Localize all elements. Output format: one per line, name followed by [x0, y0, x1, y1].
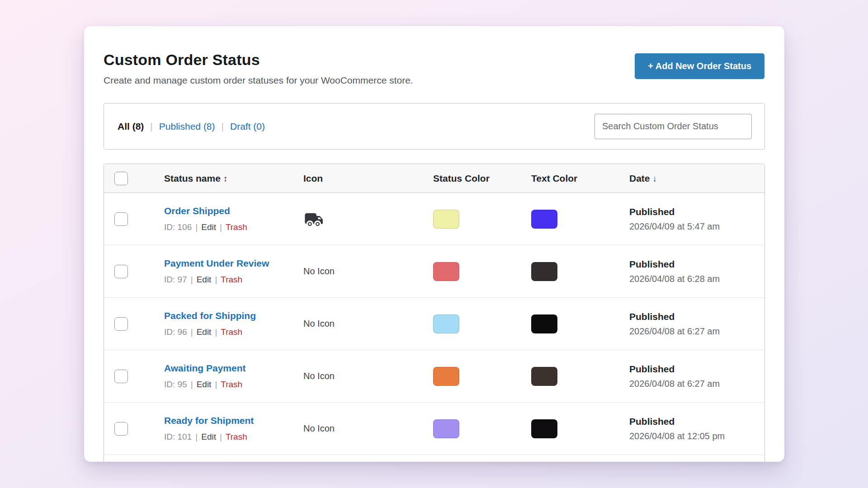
publish-date: 2026/04/08 at 6:27 am [629, 326, 764, 337]
view-links: All (8) | Published (8) | Draft (0) [118, 121, 265, 132]
column-status-color: Status Color [433, 173, 531, 184]
no-icon-label: No Icon [303, 371, 433, 381]
meta-separator: | [215, 327, 217, 337]
search-input[interactable] [594, 114, 752, 139]
text-color-swatch [531, 419, 557, 438]
trash-link[interactable]: Trash [221, 380, 242, 389]
meta-separator: | [191, 275, 193, 285]
publish-date: 2026/04/08 at 6:28 am [629, 274, 764, 284]
publish-state: Published [629, 364, 764, 375]
table-row: Order Shipped ID: 106 | Edit | Trash [104, 193, 764, 245]
row-meta: ID: 95 | Edit | Trash [164, 380, 303, 389]
publish-date: 2026/04/09 at 5:47 am [629, 221, 764, 232]
column-date[interactable]: Date↓ [629, 173, 764, 184]
view-draft-link[interactable]: Draft (0) [230, 121, 265, 132]
filter-bar: All (8) | Published (8) | Draft (0) [104, 103, 765, 150]
truck-icon [303, 209, 433, 229]
row-checkbox[interactable] [114, 317, 128, 331]
meta-separator: | [215, 275, 217, 285]
status-color-swatch [433, 367, 459, 386]
status-color-swatch [433, 262, 459, 281]
status-color-swatch [433, 210, 459, 229]
status-name-link[interactable]: Packed for Shipping [164, 310, 303, 321]
trash-link[interactable]: Trash [226, 222, 247, 232]
meta-separator: | [215, 380, 217, 389]
main-panel: Custom Order Status Create and manage cu… [84, 26, 784, 462]
trash-link[interactable]: Trash [226, 432, 247, 442]
status-name-link[interactable]: Awaiting Payment [164, 363, 303, 374]
text-color-swatch [531, 210, 557, 229]
text-color-swatch [531, 262, 557, 281]
view-all-link[interactable]: All (8) [118, 121, 144, 132]
text-color-swatch [531, 314, 557, 333]
edit-link[interactable]: Edit [201, 222, 216, 232]
status-name-link[interactable]: Payment Under Review [164, 258, 303, 269]
row-checkbox[interactable] [114, 422, 128, 436]
table-row: Payment Under Review ID: 97 | Edit | Tra… [104, 245, 764, 298]
row-id: ID: 106 [164, 222, 192, 232]
sort-desc-icon[interactable]: ↓ [653, 174, 657, 183]
table-row: Awaiting Payment ID: 95 | Edit | Trash N… [104, 350, 764, 403]
status-color-swatch [433, 314, 459, 333]
sort-both-icon[interactable]: ↕ [223, 174, 228, 183]
row-meta: ID: 96 | Edit | Trash [164, 327, 303, 337]
column-status-name[interactable]: Status name↕ [164, 173, 303, 184]
publish-state: Published [629, 416, 764, 427]
table-header-row: Status name↕ Icon Status Color Text Colo… [104, 164, 764, 193]
table-row: Packed for Shipping ID: 96 | Edit | Tras… [104, 298, 764, 350]
row-id: ID: 101 [164, 432, 192, 442]
trash-link[interactable]: Trash [221, 327, 242, 337]
row-id: ID: 97 [164, 275, 187, 285]
meta-separator: | [191, 380, 193, 389]
status-name-link[interactable]: Ready for Shipment [164, 415, 303, 426]
meta-separator: | [220, 432, 222, 442]
column-icon: Icon [303, 173, 433, 184]
publish-date: 2026/04/08 at 6:27 am [629, 379, 764, 389]
table-row-partial [104, 455, 764, 462]
row-checkbox[interactable] [114, 265, 128, 278]
publish-date: 2026/04/08 at 12:05 pm [629, 431, 764, 441]
text-color-swatch [531, 367, 557, 386]
publish-state: Published [629, 259, 764, 270]
status-name-link[interactable]: Order Shipped [164, 206, 303, 216]
table-row: Ready for Shipment ID: 101 | Edit | Tras… [104, 403, 764, 455]
publish-state: Published [629, 206, 764, 217]
trash-link[interactable]: Trash [221, 275, 242, 285]
add-new-order-status-button[interactable]: + Add New Order Status [635, 53, 764, 79]
view-published-link[interactable]: Published (8) [159, 121, 215, 132]
meta-separator: | [195, 222, 198, 232]
row-checkbox[interactable] [114, 370, 128, 383]
meta-separator: | [195, 432, 198, 442]
row-meta: ID: 106 | Edit | Trash [164, 222, 303, 232]
meta-separator: | [220, 222, 222, 232]
edit-link[interactable]: Edit [201, 432, 216, 442]
order-status-table: Status name↕ Icon Status Color Text Colo… [104, 164, 765, 462]
publish-state: Published [629, 311, 764, 322]
row-checkbox[interactable] [114, 212, 128, 226]
view-separator: | [222, 121, 224, 132]
row-id: ID: 95 [164, 380, 187, 389]
no-icon-label: No Icon [303, 266, 433, 277]
row-id: ID: 96 [164, 327, 187, 337]
column-text-color: Text Color [531, 173, 629, 184]
edit-link[interactable]: Edit [197, 275, 212, 285]
select-all-checkbox[interactable] [114, 172, 128, 185]
edit-link[interactable]: Edit [197, 380, 212, 389]
row-meta: ID: 97 | Edit | Trash [164, 275, 303, 285]
view-separator: | [150, 121, 152, 132]
status-color-swatch [433, 419, 459, 438]
no-icon-label: No Icon [303, 423, 433, 434]
meta-separator: | [191, 327, 193, 337]
no-icon-label: No Icon [303, 319, 433, 329]
edit-link[interactable]: Edit [197, 327, 212, 337]
row-meta: ID: 101 | Edit | Trash [164, 432, 303, 442]
